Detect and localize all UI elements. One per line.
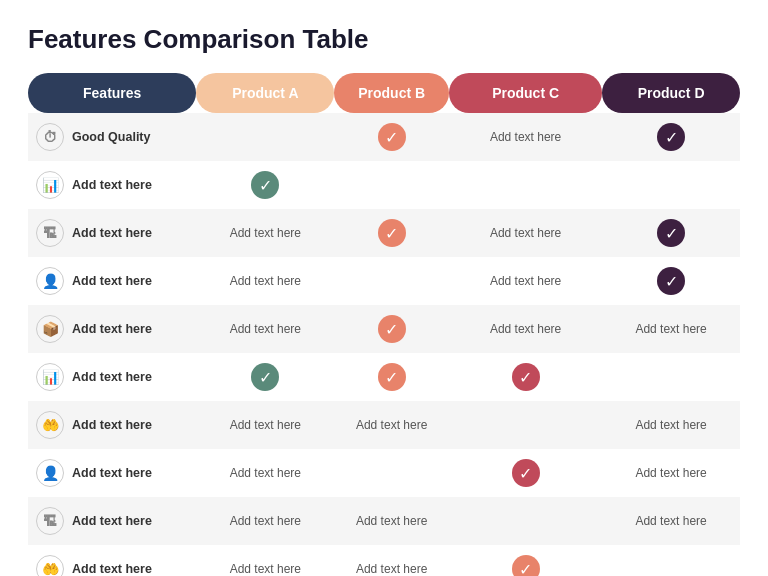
feature-label: Add text here: [72, 370, 152, 384]
cell-product-d: Add text here: [602, 401, 740, 449]
feature-label: Add text here: [72, 226, 152, 240]
feature-cell: 👤Add text here: [28, 257, 196, 305]
check-icon: ✓: [378, 363, 406, 391]
cell-product-a: [196, 113, 334, 161]
cell-text: Add text here: [230, 226, 301, 240]
cell-text: Add text here: [230, 418, 301, 432]
header-features: Features: [28, 73, 196, 113]
table-row: 📊Add text here✓✓✓: [28, 353, 740, 401]
cell-product-b: [334, 449, 449, 497]
feature-label: Add text here: [72, 178, 152, 192]
feature-label: Add text here: [72, 562, 152, 576]
cell-product-d: Add text here: [602, 305, 740, 353]
cell-product-b: ✓: [334, 353, 449, 401]
feature-cell: 📊Add text here: [28, 161, 196, 209]
cell-product-d: [602, 161, 740, 209]
table-row: 🤲Add text hereAdd text hereAdd text here…: [28, 401, 740, 449]
cell-product-d: Add text here: [602, 449, 740, 497]
cell-product-a: ✓: [196, 353, 334, 401]
cell-text: Add text here: [635, 466, 706, 480]
cell-product-d: Add text here: [602, 497, 740, 545]
cell-text: Add text here: [635, 418, 706, 432]
check-icon: ✓: [657, 267, 685, 295]
table-row: 📊Add text here✓: [28, 161, 740, 209]
cell-text: Add text here: [356, 562, 427, 576]
cell-product-a: Add text here: [196, 257, 334, 305]
table-row: 🏗Add text hereAdd text here✓Add text her…: [28, 209, 740, 257]
cell-product-c: Add text here: [449, 209, 602, 257]
feature-label: Good Quality: [72, 130, 150, 144]
cell-product-a: Add text here: [196, 209, 334, 257]
cell-product-d: [602, 545, 740, 576]
cell-product-b: Add text here: [334, 545, 449, 576]
cell-product-b: ✓: [334, 113, 449, 161]
cell-product-b: Add text here: [334, 401, 449, 449]
feature-icon: 👤: [36, 459, 64, 487]
cell-product-c: ✓: [449, 545, 602, 576]
cell-product-a: Add text here: [196, 305, 334, 353]
cell-text: Add text here: [490, 322, 561, 336]
cell-product-b: [334, 257, 449, 305]
feature-icon: 🏗: [36, 219, 64, 247]
cell-text: Add text here: [635, 514, 706, 528]
feature-icon: 📦: [36, 315, 64, 343]
feature-icon: 🏗: [36, 507, 64, 535]
cell-product-a: Add text here: [196, 497, 334, 545]
cell-product-c: [449, 401, 602, 449]
feature-icon: ⏱: [36, 123, 64, 151]
cell-text: Add text here: [356, 514, 427, 528]
cell-text: Add text here: [490, 274, 561, 288]
feature-icon: 🤲: [36, 555, 64, 576]
cell-product-c: ✓: [449, 449, 602, 497]
feature-cell: 👤Add text here: [28, 449, 196, 497]
cell-product-d: ✓: [602, 257, 740, 305]
cell-product-c: Add text here: [449, 257, 602, 305]
feature-cell: 🏗Add text here: [28, 209, 196, 257]
check-icon: ✓: [378, 315, 406, 343]
cell-product-d: ✓: [602, 113, 740, 161]
cell-text: Add text here: [230, 562, 301, 576]
header-product-d: Product D: [602, 73, 740, 113]
check-icon: ✓: [512, 363, 540, 391]
cell-product-c: [449, 497, 602, 545]
feature-cell: ⏱Good Quality: [28, 113, 196, 161]
cell-product-d: ✓: [602, 209, 740, 257]
cell-product-b: ✓: [334, 209, 449, 257]
feature-icon: 🤲: [36, 411, 64, 439]
feature-icon: 👤: [36, 267, 64, 295]
cell-product-b: ✓: [334, 305, 449, 353]
table-row: 👤Add text hereAdd text here✓Add text her…: [28, 449, 740, 497]
feature-label: Add text here: [72, 322, 152, 336]
table-row: 🤲Add text hereAdd text hereAdd text here…: [28, 545, 740, 576]
check-icon: ✓: [251, 363, 279, 391]
cell-text: Add text here: [490, 226, 561, 240]
feature-label: Add text here: [72, 466, 152, 480]
cell-product-a: Add text here: [196, 449, 334, 497]
cell-product-b: Add text here: [334, 497, 449, 545]
page-title: Features Comparison Table: [28, 24, 740, 55]
cell-product-a: Add text here: [196, 401, 334, 449]
cell-product-a: Add text here: [196, 545, 334, 576]
cell-text: Add text here: [230, 466, 301, 480]
check-icon: ✓: [512, 459, 540, 487]
table-row: 👤Add text hereAdd text hereAdd text here…: [28, 257, 740, 305]
feature-label: Add text here: [72, 418, 152, 432]
header-product-b: Product B: [334, 73, 449, 113]
feature-cell: 📊Add text here: [28, 353, 196, 401]
feature-icon: 📊: [36, 363, 64, 391]
header-product-a: Product A: [196, 73, 334, 113]
check-icon: ✓: [657, 123, 685, 151]
header-product-c: Product C: [449, 73, 602, 113]
feature-cell: 🤲Add text here: [28, 401, 196, 449]
cell-text: Add text here: [490, 130, 561, 144]
cell-product-b: [334, 161, 449, 209]
feature-cell: 📦Add text here: [28, 305, 196, 353]
check-icon: ✓: [512, 555, 540, 576]
cell-text: Add text here: [230, 514, 301, 528]
table-row: 📦Add text hereAdd text here✓Add text her…: [28, 305, 740, 353]
cell-product-c: Add text here: [449, 113, 602, 161]
check-icon: ✓: [378, 123, 406, 151]
cell-text: Add text here: [230, 274, 301, 288]
check-icon: ✓: [378, 219, 406, 247]
feature-icon: 📊: [36, 171, 64, 199]
